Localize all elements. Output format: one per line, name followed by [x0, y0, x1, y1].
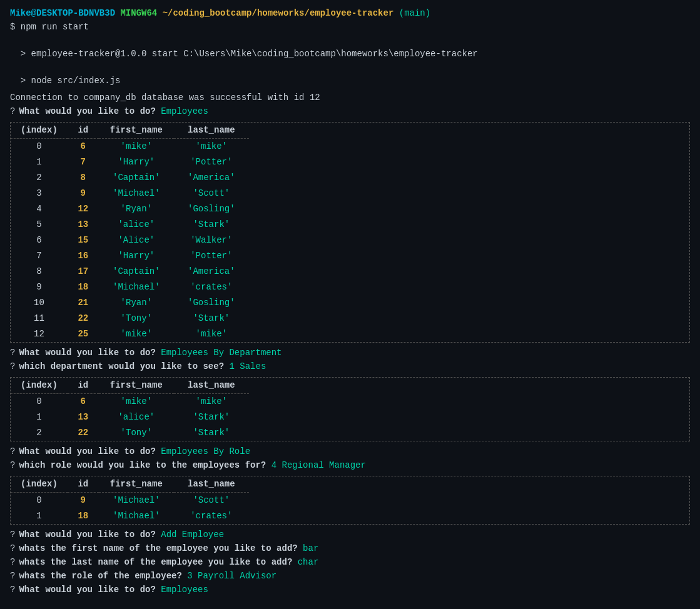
q4-prompt: What would you like to do? [19, 445, 155, 458]
table-row: 06'mike''mike' [11, 394, 249, 410]
table-cell: 17 [68, 264, 99, 279]
col-lastname-header: last_name [174, 476, 249, 493]
table-row: 118'Michael''crates' [11, 508, 249, 524]
table-row: 1225'mike''mike' [11, 326, 249, 342]
table-cell: 9 [68, 186, 99, 201]
question6-line: ? What would you like to do? Add Employe… [10, 528, 690, 541]
table-cell: 'Stark' [174, 425, 249, 441]
table-cell: 'Potter' [174, 248, 249, 264]
table-cell: 'Michael' [99, 493, 174, 509]
table-cell: 'mike' [174, 326, 249, 342]
table-cell: 6 [68, 139, 99, 155]
q9-prompt: whats the role of the employee? [19, 570, 181, 583]
table-row: 1122'Tony''Stark' [11, 311, 249, 326]
npm-output1: > employee-tracker@1.0.0 start C:\Users\… [10, 34, 690, 61]
table-cell: 'Michael' [99, 279, 174, 295]
table-cell: 9 [11, 279, 68, 295]
db-connection: Connection to company_db database was su… [10, 91, 690, 104]
table-cell: 25 [68, 326, 99, 342]
table-cell: 'crates' [174, 279, 249, 295]
q3-prompt: which department would you like to see? [19, 360, 224, 373]
table-cell: 'Captain' [99, 170, 174, 186]
table-cell: 'Ryan' [99, 295, 174, 311]
table-row: 09'Michael''Scott' [11, 493, 249, 509]
table-row: 817'Captain''America' [11, 264, 249, 279]
table-cell: 18 [68, 508, 99, 524]
table-cell: 1 [11, 154, 68, 170]
q4-symbol: ? [10, 445, 15, 458]
table-cell: 1 [11, 410, 68, 425]
table-cell: 'Alice' [99, 233, 174, 248]
table-row: 222'Tony''Stark' [11, 425, 249, 441]
table-row: 1021'Ryan''Gosling' [11, 295, 249, 311]
table-cell: 'mike' [174, 139, 249, 155]
npm-output2: > node src/index.js [10, 61, 690, 88]
table-row: 513'alice''Stark' [11, 217, 249, 233]
table-cell: 0 [11, 394, 68, 410]
table-cell: 'Tony' [99, 311, 174, 326]
npm-line1: > employee-tracker@1.0.0 start C:\Users\… [21, 49, 478, 59]
table-cell: 'America' [174, 170, 249, 186]
table-cell: 1 [11, 508, 68, 524]
table-cell: 8 [68, 170, 99, 186]
table-cell: 'alice' [99, 217, 174, 233]
table-row: 412'Ryan''Gosling' [11, 201, 249, 217]
q9-symbol: ? [10, 570, 15, 583]
q5-answer: 4 Regional Manager [271, 459, 366, 472]
table-row: 615'Alice''Walker' [11, 233, 249, 248]
table-row: 39'Michael''Scott' [11, 186, 249, 201]
table-cell: 7 [11, 248, 68, 264]
table-cell: 'Captain' [99, 264, 174, 279]
question5-line: ? which role would you like to the emplo… [10, 459, 690, 472]
table-cell: 'Michael' [99, 186, 174, 201]
user-host: Mike@DESKTOP-BDNVB3D [10, 7, 115, 20]
table-row: 918'Michael''crates' [11, 279, 249, 295]
table-cell: 0 [11, 493, 68, 509]
table-cell: 'mike' [99, 326, 174, 342]
q1-symbol: ? [10, 105, 15, 118]
col-index-header: (index) [11, 378, 68, 394]
q7-prompt: whats the first name of the employee you… [19, 542, 297, 555]
table-cell: 22 [68, 311, 99, 326]
path: ~/coding_bootcamp/homeworks/employee-tra… [163, 7, 394, 20]
table-cell: 0 [11, 139, 68, 155]
table-cell: 'Stark' [174, 311, 249, 326]
table-cell: 3 [11, 186, 68, 201]
table-cell: 'Potter' [174, 154, 249, 170]
q1-answer: Employees [161, 105, 208, 118]
table-cell: 8 [11, 264, 68, 279]
command1: $ npm run start [10, 21, 690, 34]
q10-answer: Employees [161, 583, 208, 596]
table3-header-row: (index) id first_name last_name [11, 476, 249, 493]
question8-line: ? whats the last name of the employee yo… [10, 556, 690, 569]
table-cell: 'alice' [99, 410, 174, 425]
q6-symbol: ? [10, 528, 15, 541]
table-cell: 15 [68, 233, 99, 248]
q2-symbol: ? [10, 346, 15, 360]
table-cell: 'Scott' [174, 186, 249, 201]
q10-prompt: What would you like to do? [19, 583, 155, 596]
table-cell: 2 [11, 425, 68, 441]
q5-prompt: which role would you like to the employe… [19, 459, 266, 472]
table-cell: 'crates' [174, 508, 249, 524]
q7-symbol: ? [10, 542, 15, 555]
table-cell: 'Gosling' [174, 201, 249, 217]
table-cell: 6 [11, 233, 68, 248]
q7-answer: bar [303, 542, 318, 555]
table-cell: 10 [11, 295, 68, 311]
table-cell: 'Stark' [174, 217, 249, 233]
col-firstname-header: first_name [99, 476, 174, 493]
col-lastname-header: last_name [174, 378, 249, 394]
table-cell: 13 [68, 410, 99, 425]
table-cell: 'Tony' [99, 425, 174, 441]
q3-symbol: ? [10, 360, 15, 373]
table-cell: 7 [68, 154, 99, 170]
col-id-header: id [68, 123, 99, 139]
col-index-header: (index) [11, 123, 68, 139]
table-row: 113'alice''Stark' [11, 410, 249, 425]
table-row: 06'mike''mike' [11, 139, 249, 155]
col-firstname-header: first_name [99, 378, 174, 394]
table3: (index) id first_name last_name 09'Micha… [11, 476, 249, 524]
shell: MINGW64 [120, 7, 157, 20]
q6-answer: Add Employee [161, 528, 224, 541]
